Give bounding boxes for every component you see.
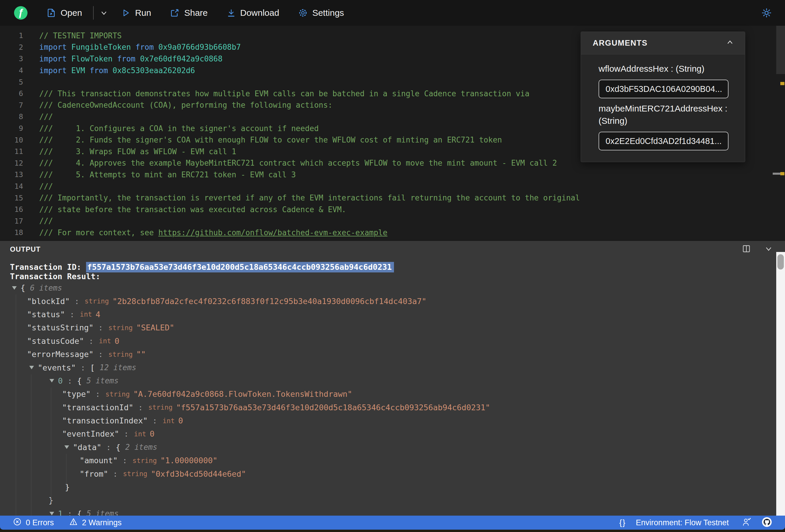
code-line: 13/// 5. Attempts to mint an ERC721 toke… xyxy=(0,169,785,181)
warnings-status[interactable]: 2 Warnings xyxy=(69,517,122,528)
json-row: { 6 items xyxy=(0,281,776,295)
code-token: import xyxy=(39,66,67,75)
open-button-label: Open xyxy=(60,8,82,18)
output-scrollbar-thumb[interactable] xyxy=(777,254,784,270)
arguments-panel: ARGUMENTS wflowAddressHex : (String) may… xyxy=(581,32,745,162)
output-content: Transaction ID: f557a1573b76aa53e73d46f3… xyxy=(0,258,776,516)
argument-label: wflowAddressHex : (String) xyxy=(599,62,729,75)
json-row: } xyxy=(0,494,776,507)
line-number: 13 xyxy=(0,170,23,179)
theme-toggle-sun-icon[interactable] xyxy=(761,7,772,19)
toolbar: ƒ Open Run xyxy=(0,0,785,26)
wflow-address-input[interactable] xyxy=(599,80,729,98)
editor-overview-ruler xyxy=(776,26,785,240)
settings-gear-icon xyxy=(298,8,308,18)
toolbar-divider xyxy=(93,6,94,20)
code-token: 0x8c5303eaa26202d6 xyxy=(112,66,195,75)
split-panel-icon[interactable] xyxy=(742,244,751,255)
line-number: 3 xyxy=(0,54,23,63)
settings-button-label: Settings xyxy=(312,8,344,18)
json-row: "transactionIndex" : int0 xyxy=(0,414,776,427)
code-token: /// 5. Attempts to mint an ERC721 token … xyxy=(39,170,296,179)
code-token: /// state before the transaction was exe… xyxy=(39,205,346,214)
code-token: /// Importantly, the transaction is reve… xyxy=(39,194,580,202)
open-button[interactable]: Open xyxy=(46,8,82,18)
code-token: /// 1. Configures a COA in the signer's … xyxy=(39,124,319,133)
code-token xyxy=(112,54,117,63)
warnings-count-label: 2 Warnings xyxy=(82,518,122,527)
collapse-chevron-up-icon[interactable] xyxy=(726,38,734,48)
line-number: 16 xyxy=(0,205,23,213)
run-button-label: Run xyxy=(135,8,151,18)
environment-status[interactable]: Environment: Flow Testnet xyxy=(636,518,729,527)
collapse-triangle-icon[interactable] xyxy=(12,286,17,290)
flow-logo[interactable]: ƒ xyxy=(14,6,27,20)
code-token: /// 4. Approves the example MaybeMintERC… xyxy=(39,159,557,168)
code-token xyxy=(67,66,71,75)
line-number: 5 xyxy=(0,78,23,86)
code-token: from xyxy=(135,43,154,51)
json-row: "statusCode" : int0 xyxy=(0,334,776,348)
json-row: "statusString" : string"SEALED" xyxy=(0,321,776,334)
collapse-triangle-icon[interactable] xyxy=(29,366,34,369)
json-row: "blockId" : string"2b28cbfb87da2cfec4f02… xyxy=(0,295,776,308)
code-token: from xyxy=(117,54,135,63)
code-token: FlowToken xyxy=(71,54,113,63)
share-button[interactable]: Share xyxy=(170,8,207,18)
transaction-result-label: Transaction Result: xyxy=(0,272,776,281)
code-link[interactable]: https://github.com/onflow/batched-evm-ex… xyxy=(158,228,387,237)
line-number: 14 xyxy=(0,182,23,191)
indent-guide xyxy=(16,295,16,516)
settings-button[interactable]: Settings xyxy=(298,8,344,18)
braces-icon: {} xyxy=(619,518,626,527)
output-scrollbar-track[interactable] xyxy=(776,252,785,516)
open-file-icon xyxy=(46,8,56,18)
output-chevron-down-icon[interactable] xyxy=(764,244,773,255)
run-button[interactable]: Run xyxy=(121,8,151,18)
code-token: import xyxy=(39,43,67,51)
code-token xyxy=(135,54,140,63)
collapse-triangle-icon[interactable] xyxy=(65,446,69,449)
json-row: "transactionId" : string"f557a1573b76aa5… xyxy=(0,401,776,414)
transaction-id-line: Transaction ID: f557a1573b76aa53e73d46f3… xyxy=(0,262,776,272)
github-icon[interactable] xyxy=(762,517,772,529)
download-button[interactable]: Download xyxy=(227,8,279,18)
json-row: 1 : { 5 items xyxy=(0,507,776,516)
code-token xyxy=(154,43,158,51)
collapse-triangle-icon[interactable] xyxy=(49,379,54,382)
errors-status[interactable]: 0 Errors xyxy=(13,517,54,528)
json-result-tree: { 6 items"blockId" : string"2b28cbfb87da… xyxy=(0,281,776,516)
person-check-icon[interactable] xyxy=(742,517,752,528)
maybe-mint-erc721-address-input[interactable] xyxy=(599,132,729,150)
line-number: 1 xyxy=(0,31,23,40)
code-line: 15/// Importantly, the transaction is re… xyxy=(0,192,785,204)
output-header: OUTPUT xyxy=(0,241,785,258)
line-number: 9 xyxy=(0,124,23,132)
line-number: 2 xyxy=(0,43,23,51)
json-row: "type" : string"A.7e60df042a9c0868.FlowT… xyxy=(0,387,776,401)
collapse-triangle-icon[interactable] xyxy=(49,512,54,515)
warning-triangle-icon xyxy=(69,517,78,528)
code-token: /// xyxy=(39,217,53,225)
output-title: OUTPUT xyxy=(10,245,41,253)
line-number: 8 xyxy=(0,112,23,121)
json-row: } xyxy=(0,481,776,494)
line-number: 18 xyxy=(0,228,23,237)
code-line: 17/// xyxy=(0,216,785,227)
code-line: 16/// state before the transaction was e… xyxy=(0,204,785,216)
json-row: "amount" : string"1.00000000" xyxy=(0,454,776,467)
open-dropdown-chevron-icon[interactable] xyxy=(100,8,108,17)
code-token: /// 2. Funds the signer's COA with enoug… xyxy=(39,135,502,144)
code-token xyxy=(85,66,90,75)
indent-guide xyxy=(31,374,31,516)
code-line: 14/// xyxy=(0,181,785,192)
code-token xyxy=(67,43,71,51)
editor-scrollbar-thumb[interactable] xyxy=(776,26,785,74)
ruler-cursor-marker xyxy=(773,173,780,175)
arguments-panel-header[interactable]: ARGUMENTS xyxy=(581,32,745,54)
flow-runner-app: ƒ Open Run xyxy=(0,0,785,532)
line-number: 6 xyxy=(0,89,23,98)
code-token xyxy=(131,43,135,51)
arguments-title: ARGUMENTS xyxy=(593,39,648,48)
code-token: /// xyxy=(39,112,53,121)
